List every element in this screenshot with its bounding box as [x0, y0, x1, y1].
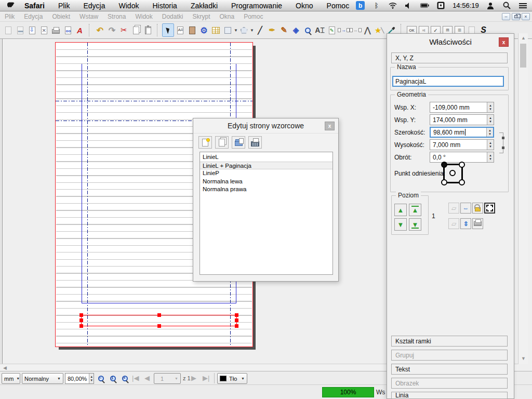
scroll-up-icon[interactable]: ▲	[521, 36, 526, 41]
volume-icon[interactable]	[404, 1, 413, 10]
preview-quality-dropdown[interactable]: Normalny▼	[22, 373, 63, 384]
zoom-100-button[interactable]: 1	[108, 374, 118, 383]
insert-line-tool[interactable]: ╱	[254, 23, 266, 37]
y-position-spinbox[interactable]: 174,000 mm▲▼	[430, 114, 494, 125]
basepoint-top-left[interactable]	[441, 162, 447, 168]
first-page-icon[interactable]: |◀	[132, 374, 139, 382]
background-layer-dropdown[interactable]: Tło▼	[217, 373, 247, 384]
dialog-close-icon[interactable]: x	[325, 122, 335, 130]
copy-icon[interactable]	[130, 23, 142, 37]
previous-page-icon[interactable]: ◀	[144, 374, 150, 382]
selected-pagination-frame[interactable]	[81, 315, 237, 326]
resize-handle-w[interactable]	[79, 318, 83, 322]
list-item[interactable]: Normalna prawa	[200, 185, 332, 194]
user-icon[interactable]	[486, 1, 495, 10]
tab-xyz[interactable]: X, Y, Z	[391, 52, 508, 63]
vertical-scroll-thumb[interactable]	[520, 44, 526, 68]
menu-edycja[interactable]: Edycja	[76, 2, 112, 10]
app-menu-widok[interactable]: Widok	[130, 13, 157, 20]
app-menu-pomoc[interactable]: Pomoc	[239, 13, 268, 20]
menu-widok[interactable]: Widok	[112, 2, 146, 10]
link-text-frames-tool[interactable]: →	[338, 23, 350, 37]
vertical-scrollbar[interactable]: ▲ ▼	[518, 33, 528, 364]
list-item[interactable]: LinieP	[200, 169, 332, 178]
story-editor-tool[interactable]: ✎	[326, 23, 338, 37]
select-item-tool[interactable]	[162, 23, 174, 37]
zoom-level-spinbox[interactable]: 80,00%▲▼	[65, 373, 94, 384]
insert-bezier-tool[interactable]: ✒	[266, 23, 278, 37]
app-menu-skrypt[interactable]: Skrypt	[188, 13, 215, 20]
flip-vertical-icon[interactable]: ⇕	[460, 218, 471, 229]
lower-to-bottom-icon[interactable]: ▼	[409, 218, 421, 231]
insert-render-frame-tool[interactable]: ⚙	[198, 23, 210, 37]
redo-icon[interactable]: ↷	[106, 23, 118, 37]
open-document-icon[interactable]: ▬	[14, 23, 26, 37]
menubar-clock[interactable]: 14:56:19	[453, 2, 479, 9]
menu-safari[interactable]: Safari	[18, 2, 51, 10]
menu-okno[interactable]: Okno	[289, 2, 320, 10]
next-page-icon[interactable]: ▶	[191, 374, 196, 382]
basepoint-selector[interactable]	[443, 164, 463, 183]
x-position-spinbox[interactable]: -109,000 mm▲▼	[430, 102, 494, 113]
resize-handle-s[interactable]	[157, 324, 161, 328]
app-menu-edycja[interactable]: Edycja	[19, 13, 47, 20]
section-line[interactable]: Linia	[391, 392, 508, 399]
measurements-tool[interactable]: ⋀	[362, 23, 374, 37]
insert-freehand-tool[interactable]: ✎	[278, 23, 290, 37]
link-width-height-icon[interactable]	[499, 132, 503, 153]
rotation-spinbox[interactable]: 0,0 °▲▼	[430, 152, 494, 163]
unlink-text-frames-tool[interactable]: ↔	[350, 23, 362, 37]
zoom-tool[interactable]	[302, 23, 314, 37]
restore-button[interactable]	[512, 13, 520, 20]
menu-pomoc[interactable]: Pomoc	[320, 2, 356, 10]
resize-handle-nw[interactable]	[79, 313, 83, 317]
paste-icon[interactable]	[142, 23, 154, 37]
app-menu-dodatki[interactable]: Dodatki	[157, 13, 188, 20]
basepoint-bottom-left[interactable]	[441, 179, 447, 185]
insert-polygon-tool[interactable]	[238, 23, 250, 37]
menu-zakladki[interactable]: Zakładki	[184, 2, 224, 10]
close-button[interactable]: ×	[522, 13, 530, 20]
insert-table-tool[interactable]	[210, 23, 222, 37]
apple-menu[interactable]	[0, 2, 18, 10]
dialog-titlebar[interactable]: Edytuj strony wzorcowe x	[193, 118, 338, 134]
resize-handle-ne[interactable]	[235, 313, 238, 317]
name-input[interactable]: PaginacjaL	[392, 76, 504, 87]
scroll-down-icon[interactable]: ▼	[521, 356, 526, 361]
import-master-page-icon[interactable]	[232, 136, 245, 149]
zoom-out-button[interactable]: −	[96, 374, 107, 383]
resize-handle-n[interactable]	[157, 313, 161, 317]
close-document-icon[interactable]: ✕	[38, 23, 50, 37]
rotate-item-tool[interactable]: ◈	[290, 23, 302, 37]
resize-handle-se[interactable]	[235, 324, 238, 328]
battery-icon[interactable]	[420, 1, 429, 10]
app-menu-plik[interactable]: Plik	[0, 13, 19, 20]
insert-shape-tool[interactable]	[222, 23, 234, 37]
lower-level-icon[interactable]: ▼	[394, 218, 407, 231]
delete-master-page-icon[interactable]	[248, 136, 262, 149]
app-menu-wstaw[interactable]: Wstaw	[75, 13, 103, 20]
basepoint-top-right[interactable]	[459, 162, 465, 168]
page-number-dropdown[interactable]: 1▼	[154, 373, 181, 384]
input-source-icon[interactable]	[436, 1, 445, 10]
print-document-icon[interactable]	[50, 23, 62, 37]
properties-close-icon[interactable]: x	[499, 37, 509, 47]
list-item[interactable]: LinieL	[200, 153, 332, 162]
properties-titlebar[interactable]: Właściwości x	[387, 34, 514, 49]
printing-enabled-icon[interactable]	[472, 218, 483, 229]
width-spinbox[interactable]: 98,600 mm▲▼	[430, 127, 494, 138]
raise-to-top-icon[interactable]: ▲	[409, 204, 421, 216]
last-page-icon[interactable]: ▶|	[203, 374, 209, 382]
polygon-dropdown-icon[interactable]: ▼	[250, 28, 254, 33]
insert-text-frame-tool[interactable]: A≡	[174, 23, 186, 37]
resize-handle-sw[interactable]	[79, 324, 83, 328]
scroll-left-icon[interactable]: ◀	[3, 366, 7, 370]
height-spinbox[interactable]: 7,000 mm▲▼	[430, 139, 494, 150]
edit-contents-tool[interactable]: A⌶	[314, 23, 326, 37]
search-icon[interactable]	[502, 1, 511, 10]
lock-object-icon[interactable]	[472, 203, 483, 214]
master-pages-list[interactable]: LinieL LinieL + Paginacja LinieP Normaln…	[200, 152, 333, 275]
add-master-page-icon[interactable]	[198, 136, 212, 149]
basepoint-bottom-right[interactable]	[459, 179, 465, 185]
minimize-button[interactable]: –	[502, 13, 510, 20]
